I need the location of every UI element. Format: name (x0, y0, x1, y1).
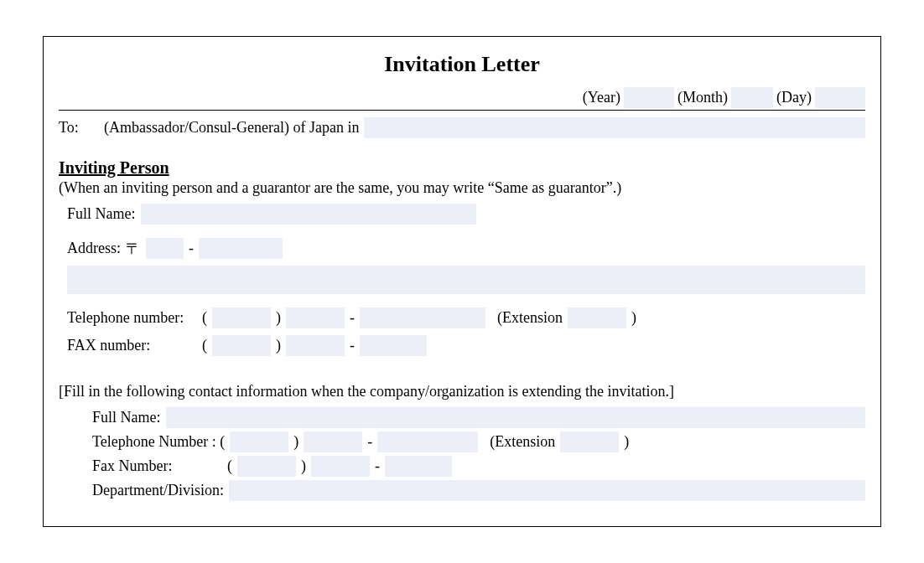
org-fax-part2-input[interactable] (385, 456, 452, 477)
section-note: (When an inviting person and a guarantor… (59, 179, 865, 197)
org-ext-label: (Extension (490, 433, 555, 451)
tel-part2-input[interactable] (360, 307, 485, 328)
fax-part1-input[interactable] (286, 335, 345, 356)
section-heading: Inviting Person (59, 158, 865, 178)
address-label: Address: (67, 240, 121, 257)
org-tel-part2-input[interactable] (377, 431, 478, 452)
org-dept-row: Department/Division: (92, 480, 865, 501)
month-label: (Month) (677, 89, 728, 106)
date-row: (Year) (Month) (Day) (59, 87, 865, 111)
org-fax-dash: - (375, 457, 380, 475)
postal-2-input[interactable] (199, 238, 283, 259)
org-fax-row: Fax Number: ( ) - (92, 456, 865, 477)
tel-paren-open: ( (202, 309, 207, 327)
day-input[interactable] (815, 87, 865, 108)
address-full-row (67, 266, 865, 294)
org-tel-label: Telephone Number : ( (92, 433, 225, 451)
org-fax-paren-open: ( (227, 457, 232, 475)
org-ext-input[interactable] (560, 431, 619, 452)
year-label: (Year) (583, 89, 620, 106)
org-fax-area-input[interactable] (237, 456, 296, 477)
org-instruction: [Fill in the following contact informati… (59, 383, 865, 400)
tel-label: Telephone number: (67, 309, 197, 327)
fax-label: FAX number: (67, 337, 197, 354)
fax-row: FAX number: ( ) - (67, 335, 865, 356)
page-title: Invitation Letter (59, 52, 865, 77)
postal-dash: - (189, 240, 194, 257)
org-tel-part1-input[interactable] (304, 431, 362, 452)
org-ext-close: ) (624, 433, 629, 451)
fax-area-input[interactable] (212, 335, 271, 356)
month-input[interactable] (731, 87, 773, 108)
to-label: To: (59, 119, 99, 137)
org-name-label: Full Name: (92, 409, 161, 426)
full-name-input[interactable] (141, 204, 476, 225)
tel-paren-close: ) (276, 309, 281, 327)
address-row: Address: 〒 - (67, 238, 865, 259)
to-text: (Ambassador/Consul-General) of Japan in (104, 119, 359, 137)
ext-input[interactable] (568, 307, 626, 328)
address-full-input[interactable] (67, 266, 865, 294)
fax-part2-input[interactable] (360, 335, 427, 356)
org-dept-label: Department/Division: (92, 482, 224, 499)
document-page: Invitation Letter (Year) (Month) (Day) T… (43, 36, 881, 527)
fax-paren-close: ) (276, 337, 281, 354)
org-name-input[interactable] (166, 407, 866, 428)
postal-mark: 〒 (126, 239, 141, 259)
org-tel-area-input[interactable] (230, 431, 288, 452)
ext-label: (Extension (497, 309, 563, 327)
org-name-row: Full Name: (92, 407, 865, 428)
org-dept-input[interactable] (229, 480, 865, 501)
org-fax-part1-input[interactable] (311, 456, 370, 477)
full-name-label: Full Name: (67, 205, 136, 223)
org-fax-label: Fax Number: (92, 457, 222, 475)
org-tel-paren-close: ) (293, 433, 298, 451)
org-tel-dash: - (367, 433, 372, 451)
tel-part1-input[interactable] (286, 307, 345, 328)
tel-area-input[interactable] (212, 307, 271, 328)
fax-dash: - (350, 337, 355, 354)
year-input[interactable] (624, 87, 674, 108)
full-name-row: Full Name: (67, 204, 865, 225)
org-tel-row: Telephone Number : ( ) - (Extension ) (92, 431, 865, 452)
fax-paren-open: ( (202, 337, 207, 354)
org-fax-paren-close: ) (301, 457, 306, 475)
postal-1-input[interactable] (146, 238, 184, 259)
tel-row: Telephone number: ( ) - (Extension ) (67, 307, 865, 328)
tel-dash: - (350, 309, 355, 327)
to-row: To: (Ambassador/Consul-General) of Japan… (59, 117, 865, 138)
day-label: (Day) (776, 89, 812, 106)
ext-close: ) (631, 309, 636, 327)
to-location-input[interactable] (364, 117, 865, 138)
